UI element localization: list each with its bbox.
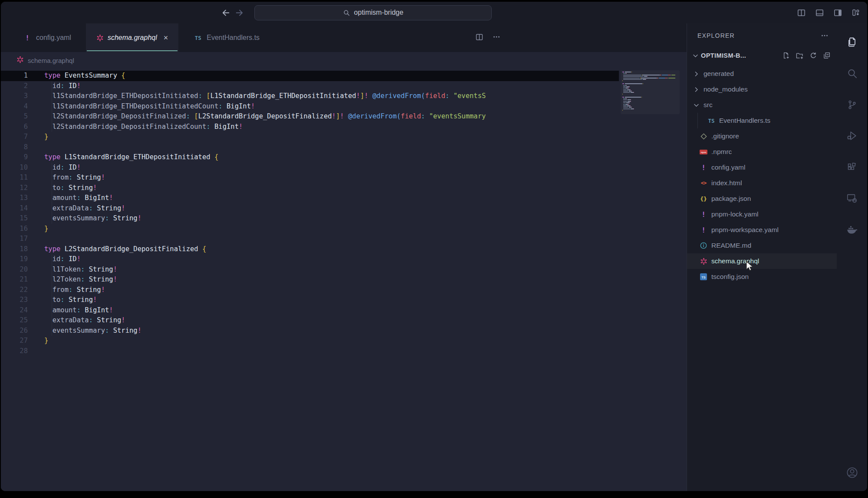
file-.gitignore[interactable]: .gitignore — [687, 128, 837, 144]
code-line-28[interactable]: 28 — [1, 346, 687, 357]
ts-icon: TS — [193, 35, 203, 41]
forward-icon[interactable] — [235, 8, 244, 17]
code-line-2[interactable]: 2 id: ID! — [1, 81, 687, 92]
toggle-secondary-sidebar-icon[interactable] — [833, 8, 842, 17]
info-file-icon — [699, 242, 708, 249]
source-control-icon[interactable] — [845, 97, 859, 112]
workspace-root-row[interactable]: OPTIMISM-B... — [687, 48, 837, 63]
code-line-22[interactable]: 22 from: String! — [1, 285, 687, 295]
code-line-10[interactable]: 10 id: ID! — [1, 163, 687, 173]
line-number: 6 — [1, 122, 44, 132]
code-text: type L2StandardBridge_DepositFinalized { — [44, 244, 687, 255]
file-package.json[interactable]: {}package.json — [687, 191, 837, 206]
folder-generated[interactable]: generated — [687, 66, 837, 82]
yaml-file-icon: ! — [699, 164, 708, 172]
refresh-explorer-icon[interactable] — [809, 52, 817, 59]
code-line-24[interactable]: 24 amount: BigInt! — [1, 305, 687, 316]
graphql-file-icon — [699, 258, 708, 265]
folder-label: node_modules — [704, 85, 748, 93]
code-text: from: String! — [44, 285, 687, 295]
file-config.yaml[interactable]: !config.yaml — [687, 160, 837, 175]
file-label: .gitignore — [711, 132, 739, 140]
explorer-icon[interactable] — [845, 35, 859, 49]
file-.npmrc[interactable]: npm.npmrc — [687, 144, 837, 160]
file-pnpm-lock.yaml[interactable]: !pnpm-lock.yaml — [687, 206, 837, 222]
folder-node_modules[interactable]: node_modules — [687, 82, 837, 97]
file-index.html[interactable]: <>index.html — [687, 175, 837, 191]
close-tab-icon[interactable]: × — [164, 34, 168, 42]
code-text: l1StandardBridge_ETHDepositInitiated: [L… — [44, 91, 687, 102]
tab-config.yaml[interactable]: !config.yaml — [12, 23, 82, 52]
code-line-1[interactable]: 1type EventsSummary { — [1, 71, 687, 81]
line-number: 25 — [1, 315, 44, 326]
split-editor-layout-icon[interactable] — [797, 8, 806, 17]
file-EventHandlers.ts[interactable]: TSEventHandlers.ts — [687, 113, 837, 128]
file-pnpm-workspace.yaml[interactable]: !pnpm-workspace.yaml — [687, 222, 837, 238]
code-line-23[interactable]: 23 to: String! — [1, 295, 687, 305]
search-icon[interactable] — [845, 66, 859, 81]
html-file-icon: <> — [699, 180, 708, 186]
chevron-right-icon — [692, 86, 700, 93]
code-line-3[interactable]: 3 l1StandardBridge_ETHDepositInitiated: … — [1, 91, 687, 102]
code-line-27[interactable]: 27} — [1, 336, 687, 346]
file-schema.graphql[interactable]: schema.graphql — [687, 253, 837, 269]
code-line-25[interactable]: 25 extraData: String! — [1, 315, 687, 326]
tab-EventHandlers.ts[interactable]: TSEventHandlers.ts — [183, 23, 270, 52]
line-number: 2 — [1, 81, 44, 92]
command-center-search[interactable]: optimism-bridge — [254, 5, 492, 20]
code-line-8[interactable]: 8 — [1, 142, 687, 153]
code-text: eventsSummary: String! — [44, 326, 687, 336]
code-line-19[interactable]: 19 id: ID! — [1, 254, 687, 265]
code-text: extraData: String! — [44, 203, 687, 214]
customize-layout-icon[interactable] — [852, 8, 860, 17]
back-icon[interactable] — [221, 8, 230, 17]
collapse-folders-icon[interactable] — [823, 52, 831, 59]
code-line-5[interactable]: 5 l2StandardBridge_DepositFinalized: [L2… — [1, 111, 687, 122]
line-number: 13 — [1, 193, 44, 203]
code-line-9[interactable]: 9type L1StandardBridge_ETHDepositInitiat… — [1, 152, 687, 163]
code-line-21[interactable]: 21 l2Token: String! — [1, 275, 687, 285]
code-line-13[interactable]: 13 amount: BigInt! — [1, 193, 687, 203]
line-number: 16 — [1, 224, 44, 234]
code-line-4[interactable]: 4 l1StandardBridge_ETHDepositInitiatedCo… — [1, 102, 687, 112]
code-line-18[interactable]: 18type L2StandardBridge_DepositFinalized… — [1, 244, 687, 255]
docker-icon[interactable] — [845, 222, 859, 237]
extensions-icon[interactable] — [845, 160, 859, 174]
file-tsconfig.json[interactable]: TStsconfig.json — [687, 269, 837, 285]
code-line-17[interactable]: 17 — [1, 234, 687, 244]
line-number: 20 — [1, 265, 44, 275]
code-line-14[interactable]: 14 extraData: String! — [1, 203, 687, 214]
line-number: 5 — [1, 111, 44, 122]
code-text: id: ID! — [44, 81, 687, 92]
code-line-12[interactable]: 12 to: String! — [1, 183, 687, 193]
account-icon[interactable] — [845, 465, 859, 480]
tab-label: config.yaml — [36, 34, 71, 42]
toggle-panel-icon[interactable] — [815, 8, 824, 17]
more-actions-icon[interactable] — [492, 33, 501, 43]
code-line-16[interactable]: 16} — [1, 224, 687, 234]
gitignore-file-icon — [699, 133, 708, 140]
tab-schema.graphql[interactable]: schema.graphql× — [86, 23, 178, 52]
split-editor-icon[interactable] — [475, 33, 483, 43]
new-folder-icon[interactable] — [796, 52, 804, 60]
chevron-down-icon — [692, 102, 700, 108]
yaml-file-icon: ! — [699, 210, 708, 219]
folder-src[interactable]: src — [687, 97, 837, 113]
search-icon — [343, 9, 350, 16]
code-line-26[interactable]: 26 eventsSummary: String! — [1, 326, 687, 336]
code-text: l1StandardBridge_ETHDepositInitiatedCoun… — [44, 102, 687, 112]
remote-explorer-icon[interactable] — [845, 191, 859, 206]
explorer-more-actions-icon[interactable] — [820, 31, 829, 40]
file-README.md[interactable]: README.md — [687, 238, 837, 253]
code-line-15[interactable]: 15 eventsSummary: String! — [1, 213, 687, 224]
minimap[interactable] — [621, 70, 680, 114]
code-line-7[interactable]: 7} — [1, 132, 687, 142]
breadcrumb[interactable]: schema.graphql — [1, 52, 687, 69]
new-file-icon[interactable] — [782, 52, 790, 59]
tab-label: schema.graphql — [108, 34, 157, 42]
code-line-11[interactable]: 11 from: String! — [1, 173, 687, 183]
code-editor[interactable]: 1type EventsSummary {2 id: ID!3 l1Standa… — [1, 69, 687, 491]
code-line-20[interactable]: 20 l1Token: String! — [1, 265, 687, 275]
run-debug-icon[interactable] — [845, 128, 859, 143]
code-line-6[interactable]: 6 l2StandardBridge_DepositFinalizedCount… — [1, 122, 687, 132]
